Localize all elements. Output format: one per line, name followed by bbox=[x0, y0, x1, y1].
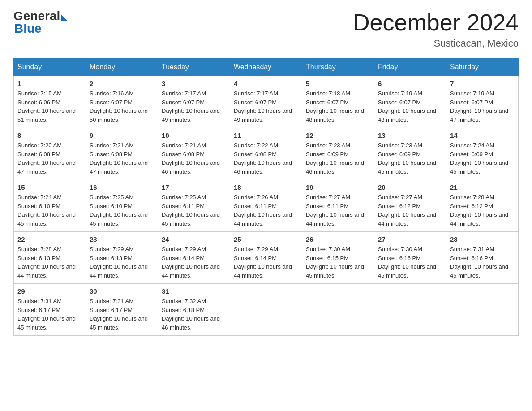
calendar-row: 29Sunrise: 7:31 AMSunset: 6:17 PMDayligh… bbox=[14, 284, 519, 336]
calendar-cell: 17Sunrise: 7:25 AMSunset: 6:11 PMDayligh… bbox=[158, 180, 230, 232]
calendar-cell: 25Sunrise: 7:29 AMSunset: 6:14 PMDayligh… bbox=[230, 232, 302, 284]
day-info: Sunrise: 7:17 AMSunset: 6:07 PMDaylight:… bbox=[162, 89, 226, 124]
day-number: 19 bbox=[306, 184, 370, 191]
day-info: Sunrise: 7:21 AMSunset: 6:08 PMDaylight:… bbox=[90, 141, 154, 176]
header-row: SundayMondayTuesdayWednesdayThursdayFrid… bbox=[14, 59, 519, 76]
day-info: Sunrise: 7:24 AMSunset: 6:10 PMDaylight:… bbox=[17, 193, 82, 228]
day-info: Sunrise: 7:25 AMSunset: 6:10 PMDaylight:… bbox=[90, 193, 154, 228]
calendar-cell bbox=[302, 284, 374, 336]
header-cell-thursday: Thursday bbox=[302, 59, 374, 76]
calendar-cell: 26Sunrise: 7:30 AMSunset: 6:15 PMDayligh… bbox=[302, 232, 374, 284]
day-info: Sunrise: 7:20 AMSunset: 6:08 PMDaylight:… bbox=[17, 141, 82, 176]
day-info: Sunrise: 7:16 AMSunset: 6:07 PMDaylight:… bbox=[90, 89, 154, 124]
day-info: Sunrise: 7:17 AMSunset: 6:07 PMDaylight:… bbox=[234, 89, 298, 124]
day-number: 13 bbox=[378, 132, 442, 139]
day-info: Sunrise: 7:31 AMSunset: 6:16 PMDaylight:… bbox=[450, 245, 515, 280]
calendar-cell: 22Sunrise: 7:28 AMSunset: 6:13 PMDayligh… bbox=[14, 232, 86, 284]
calendar-cell: 27Sunrise: 7:30 AMSunset: 6:16 PMDayligh… bbox=[374, 232, 446, 284]
header-cell-wednesday: Wednesday bbox=[230, 59, 302, 76]
calendar-body: 1Sunrise: 7:15 AMSunset: 6:06 PMDaylight… bbox=[14, 76, 519, 336]
day-info: Sunrise: 7:28 AMSunset: 6:13 PMDaylight:… bbox=[17, 245, 82, 280]
calendar-cell: 1Sunrise: 7:15 AMSunset: 6:06 PMDaylight… bbox=[14, 76, 86, 128]
calendar-cell: 13Sunrise: 7:23 AMSunset: 6:09 PMDayligh… bbox=[374, 128, 446, 180]
day-number: 18 bbox=[234, 184, 298, 191]
day-number: 28 bbox=[450, 235, 515, 243]
calendar-row: 15Sunrise: 7:24 AMSunset: 6:10 PMDayligh… bbox=[14, 180, 519, 232]
header-cell-monday: Monday bbox=[86, 59, 158, 76]
day-number: 20 bbox=[378, 184, 442, 191]
calendar-cell: 2Sunrise: 7:16 AMSunset: 6:07 PMDaylight… bbox=[86, 76, 158, 128]
day-number: 7 bbox=[450, 80, 515, 87]
day-info: Sunrise: 7:22 AMSunset: 6:08 PMDaylight:… bbox=[234, 141, 298, 176]
calendar-cell: 6Sunrise: 7:19 AMSunset: 6:07 PMDaylight… bbox=[374, 76, 446, 128]
day-info: Sunrise: 7:25 AMSunset: 6:11 PMDaylight:… bbox=[162, 193, 226, 228]
calendar-cell: 12Sunrise: 7:23 AMSunset: 6:09 PMDayligh… bbox=[302, 128, 374, 180]
day-number: 3 bbox=[162, 80, 226, 87]
month-title: December 2024 bbox=[353, 9, 519, 36]
day-info: Sunrise: 7:30 AMSunset: 6:16 PMDaylight:… bbox=[378, 245, 442, 280]
day-info: Sunrise: 7:32 AMSunset: 6:18 PMDaylight:… bbox=[162, 297, 226, 332]
day-number: 30 bbox=[90, 287, 154, 295]
calendar-cell: 29Sunrise: 7:31 AMSunset: 6:17 PMDayligh… bbox=[14, 284, 86, 336]
day-number: 6 bbox=[378, 80, 442, 87]
day-number: 25 bbox=[234, 235, 298, 243]
calendar-cell: 10Sunrise: 7:21 AMSunset: 6:08 PMDayligh… bbox=[158, 128, 230, 180]
logo: General Blue bbox=[13, 9, 67, 36]
day-number: 8 bbox=[17, 132, 82, 139]
day-number: 29 bbox=[17, 287, 82, 295]
day-number: 14 bbox=[450, 132, 515, 139]
calendar-row: 22Sunrise: 7:28 AMSunset: 6:13 PMDayligh… bbox=[14, 232, 519, 284]
calendar-cell: 4Sunrise: 7:17 AMSunset: 6:07 PMDaylight… bbox=[230, 76, 302, 128]
calendar-cell bbox=[374, 284, 446, 336]
calendar-row: 1Sunrise: 7:15 AMSunset: 6:06 PMDaylight… bbox=[14, 76, 519, 128]
day-info: Sunrise: 7:31 AMSunset: 6:17 PMDaylight:… bbox=[90, 297, 154, 332]
day-info: Sunrise: 7:15 AMSunset: 6:06 PMDaylight:… bbox=[17, 89, 82, 124]
day-number: 5 bbox=[306, 80, 370, 87]
calendar-cell: 31Sunrise: 7:32 AMSunset: 6:18 PMDayligh… bbox=[158, 284, 230, 336]
header-cell-friday: Friday bbox=[374, 59, 446, 76]
day-info: Sunrise: 7:24 AMSunset: 6:09 PMDaylight:… bbox=[450, 141, 515, 176]
calendar-cell: 14Sunrise: 7:24 AMSunset: 6:09 PMDayligh… bbox=[446, 128, 519, 180]
calendar-cell: 18Sunrise: 7:26 AMSunset: 6:11 PMDayligh… bbox=[230, 180, 302, 232]
calendar-cell: 7Sunrise: 7:19 AMSunset: 6:07 PMDaylight… bbox=[446, 76, 519, 128]
calendar-cell: 5Sunrise: 7:18 AMSunset: 6:07 PMDaylight… bbox=[302, 76, 374, 128]
day-number: 23 bbox=[90, 235, 154, 243]
day-info: Sunrise: 7:27 AMSunset: 6:12 PMDaylight:… bbox=[378, 193, 442, 228]
calendar-cell bbox=[230, 284, 302, 336]
day-info: Sunrise: 7:18 AMSunset: 6:07 PMDaylight:… bbox=[306, 89, 370, 124]
calendar-cell: 30Sunrise: 7:31 AMSunset: 6:17 PMDayligh… bbox=[86, 284, 158, 336]
calendar-table: SundayMondayTuesdayWednesdayThursdayFrid… bbox=[13, 58, 519, 336]
day-info: Sunrise: 7:23 AMSunset: 6:09 PMDaylight:… bbox=[378, 141, 442, 176]
calendar-cell: 23Sunrise: 7:29 AMSunset: 6:13 PMDayligh… bbox=[86, 232, 158, 284]
calendar-cell: 21Sunrise: 7:28 AMSunset: 6:12 PMDayligh… bbox=[446, 180, 519, 232]
day-info: Sunrise: 7:26 AMSunset: 6:11 PMDaylight:… bbox=[234, 193, 298, 228]
logo-blue-text: Blue bbox=[14, 21, 42, 36]
day-number: 12 bbox=[306, 132, 370, 139]
day-info: Sunrise: 7:23 AMSunset: 6:09 PMDaylight:… bbox=[306, 141, 370, 176]
day-info: Sunrise: 7:19 AMSunset: 6:07 PMDaylight:… bbox=[450, 89, 515, 124]
day-info: Sunrise: 7:30 AMSunset: 6:15 PMDaylight:… bbox=[306, 245, 370, 280]
calendar-cell: 9Sunrise: 7:21 AMSunset: 6:08 PMDaylight… bbox=[86, 128, 158, 180]
logo-arrow-icon bbox=[61, 14, 67, 21]
day-number: 21 bbox=[450, 184, 515, 191]
calendar-cell: 8Sunrise: 7:20 AMSunset: 6:08 PMDaylight… bbox=[14, 128, 86, 180]
calendar-cell: 20Sunrise: 7:27 AMSunset: 6:12 PMDayligh… bbox=[374, 180, 446, 232]
day-number: 4 bbox=[234, 80, 298, 87]
day-info: Sunrise: 7:28 AMSunset: 6:12 PMDaylight:… bbox=[450, 193, 515, 228]
calendar-cell bbox=[446, 284, 519, 336]
calendar-cell: 24Sunrise: 7:29 AMSunset: 6:14 PMDayligh… bbox=[158, 232, 230, 284]
day-number: 22 bbox=[17, 235, 82, 243]
day-number: 9 bbox=[90, 132, 154, 139]
day-number: 16 bbox=[90, 184, 154, 191]
calendar-cell: 3Sunrise: 7:17 AMSunset: 6:07 PMDaylight… bbox=[158, 76, 230, 128]
day-info: Sunrise: 7:27 AMSunset: 6:11 PMDaylight:… bbox=[306, 193, 370, 228]
day-number: 26 bbox=[306, 235, 370, 243]
location-title: Susticacan, Mexico bbox=[353, 38, 519, 49]
day-number: 1 bbox=[17, 80, 82, 87]
header-cell-saturday: Saturday bbox=[446, 59, 519, 76]
day-number: 27 bbox=[378, 235, 442, 243]
day-number: 31 bbox=[162, 287, 226, 295]
header-cell-sunday: Sunday bbox=[14, 59, 86, 76]
calendar-cell: 11Sunrise: 7:22 AMSunset: 6:08 PMDayligh… bbox=[230, 128, 302, 180]
day-info: Sunrise: 7:21 AMSunset: 6:08 PMDaylight:… bbox=[162, 141, 226, 176]
